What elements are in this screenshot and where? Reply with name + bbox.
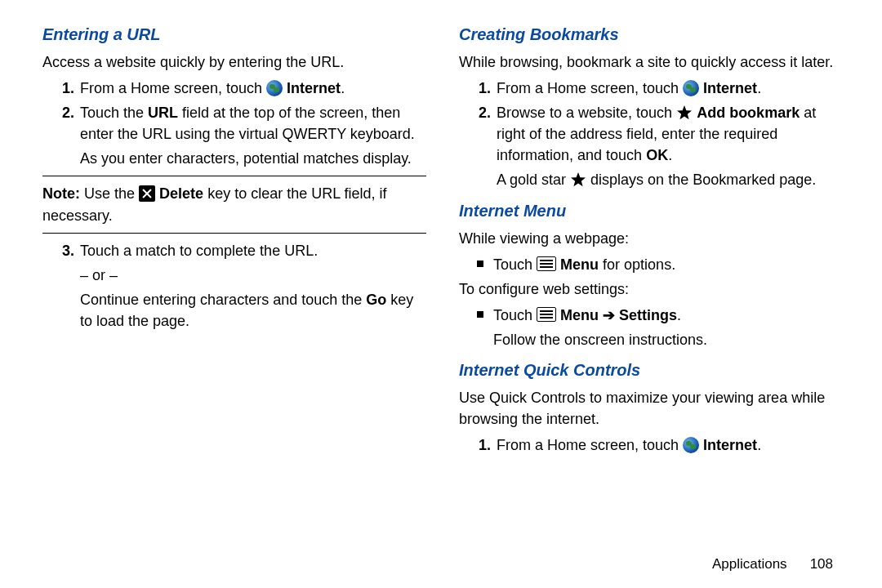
step-text: Continue entering characters and touch t… (80, 289, 426, 332)
globe-icon (683, 437, 699, 453)
step-1: From a Home screen, touch Internet. (78, 78, 426, 99)
divider (42, 233, 426, 234)
body-text: To configure web settings: (459, 278, 843, 300)
internet-label: Internet (703, 437, 757, 453)
settings-label: Settings (619, 307, 677, 323)
step-subtext: A gold star displays on the Bookmarked p… (497, 169, 843, 190)
menu-label: Menu (560, 307, 599, 323)
go-label: Go (366, 292, 386, 308)
step-text: . (668, 147, 672, 163)
steps-list: From a Home screen, touch Internet. (459, 434, 843, 456)
delete-label: Delete (159, 185, 203, 202)
intro-text: While browsing, bookmark a site to quick… (459, 51, 843, 73)
menu-label: Menu (560, 256, 599, 273)
internet-label: Internet (287, 80, 341, 96)
step-subtext: As you enter characters, potential match… (80, 148, 426, 169)
bullet-item: Touch Menu ➔ Settings. Follow the onscre… (477, 305, 843, 350)
step-2: Touch the URL field at the top of the sc… (78, 102, 426, 169)
note-label: Note: (42, 185, 80, 202)
add-bookmark-label: Add bookmark (697, 105, 800, 121)
step-text: Browse to a website, touch (497, 105, 676, 121)
ok-label: OK (646, 147, 668, 163)
steps-list: From a Home screen, touch Internet. Brow… (459, 78, 843, 190)
square-bullet-icon (477, 261, 483, 267)
menu-icon (537, 256, 556, 271)
step-text: Touch the (80, 105, 148, 121)
bullet-text: Touch Menu for options. (493, 254, 675, 275)
step-text: Continue entering characters and touch t… (80, 292, 366, 308)
url-label: URL (148, 105, 178, 121)
left-column: Entering a URL Access a website quickly … (42, 23, 426, 459)
step-text: . (757, 437, 761, 453)
step-text: Touch (493, 307, 537, 323)
heading-internet-menu: Internet Menu (459, 199, 843, 223)
step-text: From a Home screen, touch (497, 437, 683, 453)
globe-icon (683, 80, 699, 96)
manual-page: Entering a URL Access a website quickly … (0, 0, 882, 475)
note-block: Note: Use the Delete key to clear the UR… (42, 183, 426, 225)
step-text: displays on the Bookmarked page. (590, 172, 816, 188)
internet-label: Internet (703, 80, 757, 96)
intro-text: Access a website quickly by entering the… (42, 51, 426, 73)
square-bullet-icon (477, 311, 483, 318)
step-text: A gold star (497, 172, 570, 188)
page-footer: Applications 108 (712, 555, 833, 575)
step-text: Touch a match to complete the URL. (80, 243, 318, 259)
step-subtext: Follow the onscreen instructions. (493, 329, 707, 350)
footer-section: Applications (712, 555, 787, 575)
step-1: From a Home screen, touch Internet. (495, 434, 843, 456)
star-gold-icon (570, 172, 586, 188)
note-text: Use the (84, 185, 139, 202)
bullet-item: Touch Menu for options. (477, 254, 843, 275)
step-text: From a Home screen, touch (80, 80, 266, 96)
globe-icon (266, 80, 283, 96)
step-text: for options. (603, 256, 675, 273)
right-column: Creating Bookmarks While browsing, bookm… (459, 23, 843, 459)
steps-list: From a Home screen, touch Internet. Touc… (42, 78, 426, 169)
divider (42, 176, 426, 176)
step-1: From a Home screen, touch Internet. (495, 78, 843, 99)
body-text: While viewing a webpage: (459, 228, 843, 249)
heading-entering-url: Entering a URL (42, 23, 426, 47)
step-text: . (341, 80, 345, 96)
step-2: Browse to a website, touch Add bookmark … (495, 102, 843, 190)
steps-list-cont: Touch a match to complete the URL. – or … (42, 240, 426, 332)
step-text: Touch (493, 256, 537, 273)
or-text: – or – (80, 265, 426, 286)
step-text: . (677, 307, 681, 323)
arrow-icon: ➔ (599, 307, 619, 323)
heading-quick-controls: Internet Quick Controls (459, 359, 843, 382)
footer-page-number: 108 (810, 555, 833, 575)
star-blue-icon (676, 105, 693, 121)
step-3: Touch a match to complete the URL. – or … (78, 240, 426, 332)
step-text: From a Home screen, touch (497, 80, 683, 96)
x-delete-icon (139, 185, 155, 202)
intro-text: Use Quick Controls to maximize your view… (459, 387, 843, 430)
bullet-text: Touch Menu ➔ Settings. Follow the onscre… (493, 305, 707, 350)
menu-icon (537, 307, 556, 322)
heading-creating-bookmarks: Creating Bookmarks (459, 23, 843, 47)
step-text: . (757, 80, 761, 96)
